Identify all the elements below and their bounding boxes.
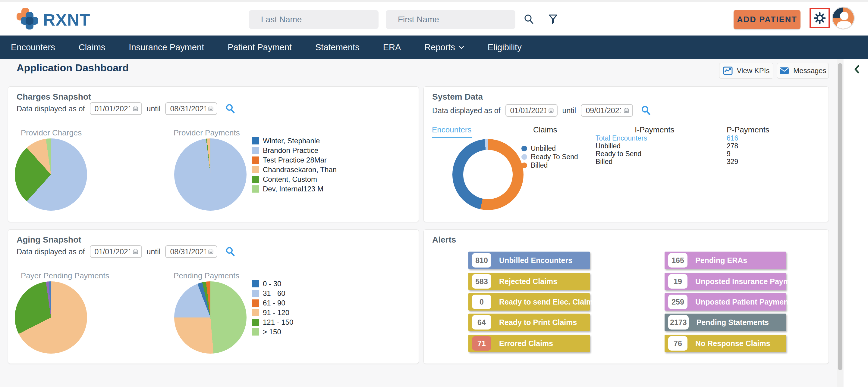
legend-item: Test Practice 28Mar [252, 156, 337, 164]
donut-legend: Unbilled Ready To Send Billed [521, 146, 578, 168]
aging-snapshot-card: Aging Snapshot Data displayed as of unti… [8, 229, 419, 364]
nav-statements[interactable]: Statements [315, 42, 360, 52]
messages-button[interactable]: Messages [777, 63, 829, 78]
alert-ready-print-claims[interactable]: 64 Ready to Print Claims [468, 314, 590, 331]
gear-icon [813, 11, 827, 25]
view-kpis-button[interactable]: View KPIs [719, 63, 773, 78]
alert-count-badge: 165 [668, 253, 687, 268]
alert-count-badge: 259 [668, 294, 687, 309]
calendar-icon [208, 248, 214, 255]
payer-pending-title: Payer Pending Payments [21, 271, 109, 280]
charges-snapshot-title: Charges Snapshot [17, 92, 91, 102]
stat-unbilled: Unbilled 278 [595, 142, 738, 150]
legend-item: Unbilled [521, 146, 578, 151]
user-avatar[interactable] [832, 7, 855, 30]
provider-charges-pie [15, 138, 87, 211]
system-from-date-input[interactable] [510, 106, 546, 115]
nav-reports[interactable]: Reports [424, 42, 464, 52]
chevron-down-icon [459, 46, 464, 49]
alert-unposted-patient[interactable]: 259 Unposted Patient Payments [664, 293, 786, 311]
system-data-title: System Data [432, 92, 483, 102]
nav-encounters[interactable]: Encounters [11, 42, 55, 52]
tab-encounters[interactable]: Encounters [432, 125, 472, 138]
rxnt-logo-text: RXNT [43, 10, 90, 30]
chevron-left-icon[interactable] [852, 64, 863, 75]
alert-pending-eras[interactable]: 165 Pending ERAs [664, 252, 786, 269]
provider-charges-title: Provider Charges [21, 128, 82, 138]
legend-item: 31 - 60 [252, 290, 293, 297]
system-data-card: System Data Data displayed as of until [424, 86, 829, 222]
system-to-date-input[interactable] [586, 106, 621, 115]
legend-item: Content, Custom [252, 176, 337, 183]
encounters-donut-chart [453, 139, 524, 210]
alert-count-badge: 71 [472, 336, 491, 351]
system-date-row: Data displayed as of until [432, 104, 651, 117]
page-title: Application Dashboard [17, 62, 129, 74]
aging-snapshot-title: Aging Snapshot [17, 235, 82, 245]
calendar-icon [548, 107, 554, 114]
nav-patient-payment[interactable]: Patient Payment [227, 42, 292, 52]
search-icon[interactable] [523, 13, 535, 25]
search-icon[interactable] [225, 104, 236, 114]
rxnt-logo-icon [17, 8, 40, 31]
alert-no-response-claims[interactable]: 76 No Response Claims [664, 335, 786, 352]
legend-item: 0 - 30 [252, 280, 293, 287]
alert-count-badge: 2173 [668, 315, 689, 329]
alerts-card: Alerts 810 Unbilled Encounters 583 Rejec… [424, 229, 829, 364]
charges-legend: Winter, Stephanie Brandon Practice Test … [252, 137, 337, 192]
nav-claims[interactable]: Claims [79, 42, 105, 52]
tab-claims[interactable]: Claims [533, 125, 557, 137]
system-from-date[interactable] [505, 104, 558, 117]
settings-gear-highlight[interactable] [809, 8, 830, 28]
alert-unbilled-encounters[interactable]: 810 Unbilled Encounters [468, 252, 590, 269]
search-icon[interactable] [641, 105, 651, 115]
charges-snapshot-card: Charges Snapshot Data displayed as of un… [8, 86, 419, 222]
kpi-chart-icon [723, 67, 733, 75]
avatar-person-icon [840, 12, 848, 20]
legend-item: 61 - 90 [252, 300, 293, 307]
charges-from-date-input[interactable] [95, 104, 130, 113]
charges-to-date-input[interactable] [170, 104, 206, 113]
date-label: Data displayed as of [17, 104, 85, 113]
nav-era[interactable]: ERA [383, 42, 401, 52]
alert-count-badge: 64 [472, 315, 491, 329]
payer-pending-pie [15, 281, 87, 354]
legend-item: Ready To Send [521, 154, 578, 160]
nav-insurance-payment[interactable]: Insurance Payment [129, 42, 204, 52]
alert-pending-statements[interactable]: 2173 Pending Statements [664, 314, 786, 331]
system-to-date[interactable] [581, 104, 633, 117]
last-name-input[interactable] [249, 10, 378, 29]
legend-item: Billed [521, 163, 578, 168]
collapsed-side-panel [844, 59, 868, 387]
aging-to-date[interactable] [165, 245, 217, 258]
alert-ready-elec-claims[interactable]: 0 Ready to send Elec. Claims [468, 293, 590, 311]
stat-total-encounters[interactable]: Total Encounters 616 [595, 134, 738, 142]
scrollbar-thumb[interactable] [838, 63, 842, 370]
charges-to-date[interactable] [165, 102, 217, 115]
first-name-input[interactable] [386, 10, 516, 29]
provider-payments-title: Provider Payments [174, 128, 240, 138]
alerts-title: Alerts [432, 235, 456, 245]
main-nav: Encounters Claims Insurance Payment Pati… [0, 36, 868, 59]
nav-eligibility[interactable]: Eligibility [488, 42, 522, 52]
stat-billed: Billed 329 [595, 158, 738, 166]
charges-date-row: Data displayed as of until [17, 102, 236, 115]
alert-count-badge: 19 [668, 274, 687, 289]
aging-to-date-input[interactable] [170, 247, 206, 256]
envelope-icon [779, 67, 789, 74]
aging-from-date[interactable] [90, 245, 142, 258]
alert-errored-claims[interactable]: 71 Errored Claims [468, 335, 590, 352]
alert-count-badge: 76 [668, 336, 687, 351]
alert-unposted-insurance[interactable]: 19 Unposted Insurance Payments [664, 273, 786, 290]
stat-ready-to-send: Ready to Send 9 [595, 150, 738, 158]
add-patient-button[interactable]: ADD PATIENT [734, 10, 801, 29]
filter-icon[interactable] [547, 13, 559, 25]
search-icon[interactable] [225, 246, 236, 257]
aging-from-date-input[interactable] [95, 247, 130, 256]
legend-item: Brandon Practice [252, 147, 337, 154]
charges-from-date[interactable] [90, 102, 142, 115]
legend-item: 91 - 120 [252, 309, 293, 316]
calendar-icon [624, 107, 629, 114]
rxnt-logo[interactable]: RXNT [17, 8, 90, 31]
alert-rejected-claims[interactable]: 583 Rejected Claims [468, 273, 590, 290]
